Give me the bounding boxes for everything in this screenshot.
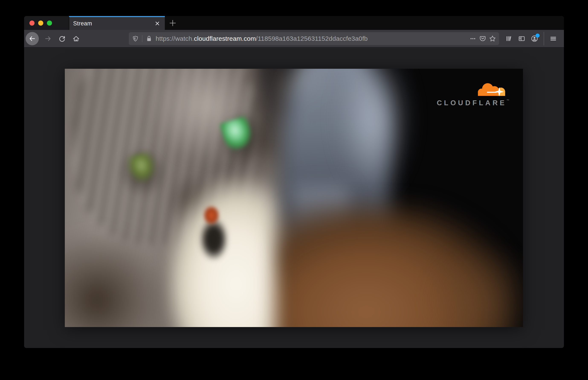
desktop-background: Stream xyxy=(0,0,588,380)
menu-button[interactable] xyxy=(547,33,560,45)
url-path: /118598a163a125631152ddaccfe3a0fb xyxy=(256,35,367,42)
minimize-window-button[interactable] xyxy=(38,20,43,26)
page-actions-button[interactable] xyxy=(468,34,478,43)
new-tab-button[interactable] xyxy=(165,16,181,30)
tab-title: Stream xyxy=(73,20,154,27)
star-icon xyxy=(489,35,496,42)
tab-bar: Stream xyxy=(24,16,564,30)
sidebar-toggle-button[interactable] xyxy=(515,33,528,45)
blob-white-chest xyxy=(166,177,294,327)
browser-window: Stream xyxy=(24,16,564,348)
tab-close-button[interactable] xyxy=(154,20,161,27)
ellipsis-icon xyxy=(469,35,477,42)
home-icon xyxy=(72,35,80,42)
video-frame-blurred-cat xyxy=(65,69,523,327)
url-scheme: https://watch. xyxy=(156,35,194,42)
library-icon xyxy=(505,35,513,42)
plus-icon xyxy=(169,19,176,27)
address-bar[interactable]: https://watch.cloudflarestream.com/11859… xyxy=(129,32,499,45)
blob-brown-edge xyxy=(422,242,523,327)
home-button[interactable] xyxy=(70,33,82,45)
pocket-save-icon xyxy=(479,35,486,42)
hamburger-menu-icon xyxy=(549,35,557,42)
library-button[interactable] xyxy=(502,33,515,45)
zoom-window-button[interactable] xyxy=(47,20,52,26)
blob-orange-nose xyxy=(203,206,220,225)
blob-dark-shoulder xyxy=(65,229,166,327)
account-notification-dot xyxy=(536,34,540,38)
arrow-left-icon xyxy=(28,35,36,42)
pocket-save-button[interactable] xyxy=(478,34,488,43)
padlock-icon[interactable] xyxy=(145,35,153,42)
bookmark-star-button[interactable] xyxy=(488,34,497,43)
sidebar-toggle-icon xyxy=(518,35,526,42)
trademark-mark: ™ xyxy=(507,99,509,102)
account-button[interactable] xyxy=(528,33,541,45)
cloudflare-logo-icon xyxy=(475,81,508,97)
blob-blue-background-2 xyxy=(340,69,408,190)
reload-button[interactable] xyxy=(56,33,68,45)
arrow-right-icon xyxy=(44,35,52,42)
tab-stream[interactable]: Stream xyxy=(69,16,165,30)
close-window-button[interactable] xyxy=(29,20,35,26)
video-player[interactable]: CLOUDFLARE™ xyxy=(65,69,523,327)
back-button[interactable] xyxy=(26,32,39,45)
cloudflare-wordmark: CLOUDFLARE™ xyxy=(437,99,509,107)
window-controls xyxy=(24,16,69,30)
page-content: CLOUDFLARE™ xyxy=(24,47,564,348)
x-icon xyxy=(155,21,160,26)
url-host: cloudflarestream.com xyxy=(194,35,256,42)
reload-icon xyxy=(58,35,66,42)
toolbar-divider xyxy=(544,32,544,45)
navigation-toolbar: https://watch.cloudflarestream.com/11859… xyxy=(24,30,564,47)
tracking-protection-shield-icon[interactable] xyxy=(132,35,139,42)
cloudflare-watermark: CLOUDFLARE™ xyxy=(437,81,509,107)
forward-button[interactable] xyxy=(42,33,54,45)
address-bar-divider xyxy=(142,35,142,42)
url-text[interactable]: https://watch.cloudflarestream.com/11859… xyxy=(156,35,468,42)
